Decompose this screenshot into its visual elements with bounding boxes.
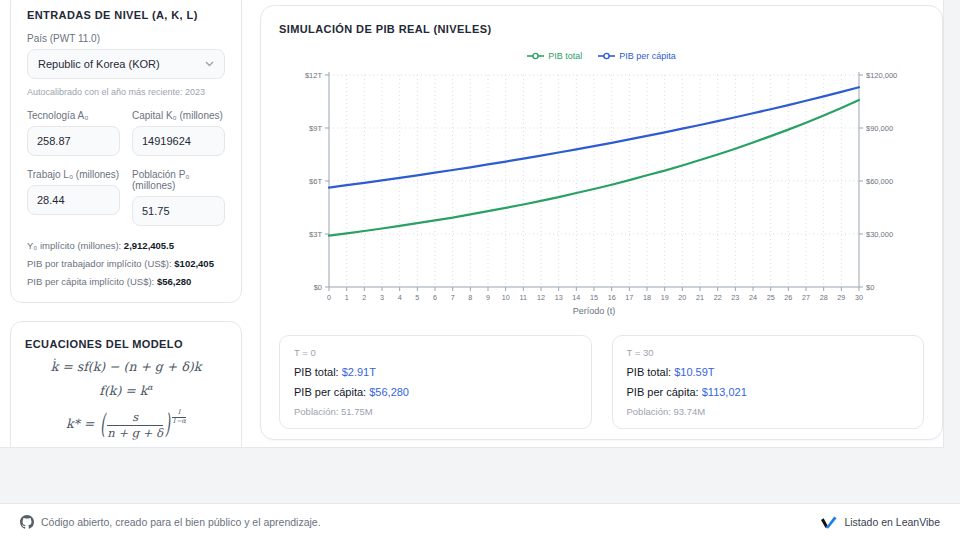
- summary-card-t30: T = 30 PIB total: $10.59T PIB per cápita…: [612, 335, 925, 429]
- legend-item[interactable]: PIB total: [527, 49, 582, 63]
- svg-text:9: 9: [486, 293, 490, 302]
- svg-text:23: 23: [731, 293, 739, 302]
- capital-input[interactable]: [132, 126, 225, 156]
- inputs-card-title: ENTRADAS DE NIVEL (A, K, L): [27, 9, 225, 21]
- svg-text:5: 5: [415, 293, 419, 302]
- summary-card-t0: T = 0 PIB total: $2.91T PIB per cápita: …: [279, 335, 592, 429]
- page-background-band: [0, 448, 960, 503]
- gdp-chart[interactable]: $0$0$3T$30,000$6T$60,000$9T$90,000$12T$1…: [279, 65, 926, 318]
- footer-right-text: Listado en LeanVibe: [844, 516, 940, 528]
- svg-text:30: 30: [855, 293, 863, 302]
- svg-text:10: 10: [502, 293, 510, 302]
- technology-input[interactable]: [27, 126, 120, 156]
- svg-text:29: 29: [837, 293, 845, 302]
- equations-card-title: ECUACIONES DEL MODELO: [25, 338, 227, 350]
- svg-text:$120,000: $120,000: [866, 71, 897, 80]
- country-select-value: Republic of Korea (KOR): [38, 58, 160, 70]
- svg-text:11: 11: [520, 293, 527, 302]
- svg-text:$9T: $9T: [309, 124, 322, 133]
- svg-text:13: 13: [555, 293, 563, 302]
- level-inputs-card: ENTRADAS DE NIVEL (A, K, L) País (PWT 11…: [10, 0, 242, 303]
- svg-text:$60,000: $60,000: [866, 177, 893, 186]
- svg-text:21: 21: [696, 293, 704, 302]
- leanvibe-logo-icon: [821, 516, 837, 529]
- simulation-title: SIMULACIÓN DE PIB REAL (NIVELES): [279, 23, 924, 35]
- legend-marker-icon: [598, 52, 615, 60]
- autocalibration-note: Autocalibrado con el año más reciente: 2…: [27, 87, 225, 97]
- capital-label: Capital K₀ (millones): [132, 110, 225, 121]
- svg-text:$12T: $12T: [305, 71, 323, 80]
- implied-output-row: Y₀ implícito (millones): 2,912,405.5: [27, 239, 225, 253]
- equation-steady-state: k* = (sn + g + δ)11−α: [25, 409, 227, 440]
- population-line: Población: 51.75M: [294, 406, 577, 417]
- svg-text:$0: $0: [314, 283, 322, 292]
- svg-text:16: 16: [608, 293, 616, 302]
- simulation-card: SIMULACIÓN DE PIB REAL (NIVELES) PIB tot…: [260, 5, 943, 440]
- github-icon: [20, 515, 34, 529]
- svg-text:12: 12: [537, 293, 545, 302]
- svg-text:24: 24: [749, 293, 757, 302]
- equation-capital-accumulation: k̇ = sf(k) − (n + g + δ)k: [25, 359, 227, 374]
- svg-text:19: 19: [661, 293, 669, 302]
- svg-text:27: 27: [802, 293, 810, 302]
- model-equations-card: ECUACIONES DEL MODELO k̇ = sf(k) − (n + …: [10, 321, 242, 448]
- population-line: Población: 93.74M: [627, 406, 910, 417]
- svg-text:$3T: $3T: [309, 230, 322, 239]
- svg-text:14: 14: [572, 293, 580, 302]
- svg-text:28: 28: [820, 293, 828, 302]
- pib-per-capita-line: PIB per cápita: $56,280: [294, 386, 577, 398]
- labor-input[interactable]: [27, 185, 120, 215]
- svg-text:15: 15: [590, 293, 598, 302]
- country-label: País (PWT 11.0): [27, 33, 225, 44]
- footer: Código abierto, creado para el bien públ…: [0, 503, 960, 540]
- open-source-link[interactable]: Código abierto, creado para el bien públ…: [20, 515, 321, 529]
- leanvibe-link[interactable]: Listado en LeanVibe: [821, 516, 940, 529]
- implied-gdp-per-worker-row: PIB por trabajador implícito (US$): $102…: [27, 257, 225, 271]
- population-label: Población P₀ (millones): [132, 169, 225, 191]
- legend-item[interactable]: PIB per cápita: [598, 49, 676, 63]
- country-select[interactable]: Republic of Korea (KOR): [27, 49, 225, 79]
- svg-text:$90,000: $90,000: [866, 124, 893, 133]
- period-label: T = 0: [294, 347, 577, 358]
- svg-text:Período (t): Período (t): [573, 306, 616, 316]
- svg-text:18: 18: [643, 293, 651, 302]
- svg-text:1: 1: [345, 293, 349, 302]
- svg-text:17: 17: [625, 293, 633, 302]
- legend-label: PIB total: [548, 51, 582, 61]
- svg-text:$0: $0: [866, 283, 874, 292]
- chart-legend: PIB totalPIB per cápita: [279, 49, 924, 63]
- svg-text:2: 2: [362, 293, 366, 302]
- labor-label: Trabajo L₀ (millones): [27, 169, 120, 180]
- chevron-down-icon: [205, 61, 214, 67]
- pib-total-line: PIB total: $10.59T: [627, 366, 910, 378]
- country-select-group: País (PWT 11.0) Republic of Korea (KOR): [27, 33, 225, 79]
- svg-text:3: 3: [380, 293, 384, 302]
- technology-label: Tecnología A₀: [27, 110, 120, 121]
- footer-left-text: Código abierto, creado para el bien públ…: [41, 516, 321, 528]
- implied-gdp-per-capita-row: PIB per cápita implícito (US$): $56,280: [27, 275, 225, 289]
- summary-row: T = 0 PIB total: $2.91T PIB per cápita: …: [279, 335, 924, 429]
- implied-stats: Y₀ implícito (millones): 2,912,405.5 PIB…: [27, 239, 225, 288]
- legend-marker-icon: [527, 52, 544, 60]
- svg-text:6: 6: [433, 293, 437, 302]
- svg-text:26: 26: [784, 293, 792, 302]
- svg-text:$6T: $6T: [309, 177, 322, 186]
- svg-text:20: 20: [678, 293, 686, 302]
- pib-per-capita-line: PIB per cápita: $113,021: [627, 386, 910, 398]
- svg-text:8: 8: [468, 293, 472, 302]
- chart-area: $0$0$3T$30,000$6T$60,000$9T$90,000$12T$1…: [279, 65, 924, 322]
- app-content: ENTRADAS DE NIVEL (A, K, L) País (PWT 11…: [0, 0, 944, 448]
- equation-production-function: f(k) = kα: [25, 383, 227, 398]
- svg-text:25: 25: [767, 293, 775, 302]
- sidebar: ENTRADAS DE NIVEL (A, K, L) País (PWT 11…: [10, 0, 242, 448]
- svg-text:$30,000: $30,000: [866, 230, 893, 239]
- legend-label: PIB per cápita: [619, 51, 676, 61]
- svg-text:4: 4: [398, 293, 402, 302]
- svg-text:7: 7: [451, 293, 455, 302]
- period-label: T = 30: [627, 347, 910, 358]
- population-input[interactable]: [132, 196, 225, 226]
- pib-total-line: PIB total: $2.91T: [294, 366, 577, 378]
- svg-text:0: 0: [327, 293, 331, 302]
- svg-text:22: 22: [714, 293, 722, 302]
